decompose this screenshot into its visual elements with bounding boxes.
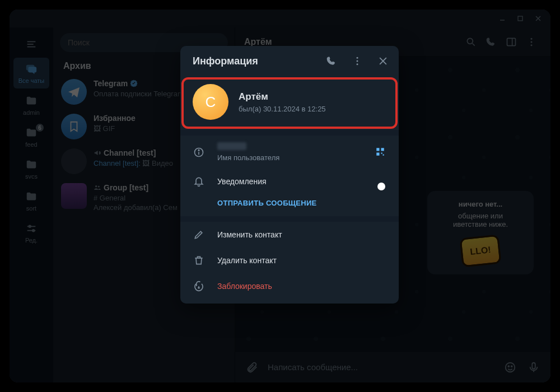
notifications-row[interactable]: Уведомления bbox=[180, 169, 399, 194]
svg-rect-33 bbox=[381, 148, 384, 151]
svg-rect-35 bbox=[381, 152, 382, 153]
notifications-label: Уведомления bbox=[217, 177, 267, 186]
block-icon bbox=[193, 280, 205, 292]
delete-contact-label: Удалить контакт bbox=[217, 256, 277, 265]
pencil-icon bbox=[193, 228, 205, 241]
delete-contact-row[interactable]: Удалить контакт bbox=[180, 248, 399, 273]
user-info-popup: Информация C Артём был(а) 30.11.2024 в 1… bbox=[180, 46, 399, 304]
svg-rect-32 bbox=[376, 148, 379, 151]
send-message-button[interactable]: ОТПРАВИТЬ СООБЩЕНИЕ bbox=[180, 199, 399, 207]
profile-row[interactable]: C Артём был(а) 30.11.2024 в 12:25 bbox=[180, 76, 399, 130]
popup-title: Информация bbox=[193, 55, 317, 67]
username-label: Имя пользователя bbox=[217, 153, 279, 162]
bell-icon bbox=[193, 175, 205, 188]
svg-point-31 bbox=[198, 150, 199, 151]
popup-close-button[interactable] bbox=[372, 50, 394, 72]
svg-point-25 bbox=[357, 60, 358, 62]
svg-point-24 bbox=[357, 57, 358, 59]
popup-call-button[interactable] bbox=[320, 50, 343, 72]
edit-contact-row[interactable]: Изменить контакт bbox=[180, 222, 399, 248]
svg-rect-34 bbox=[376, 152, 379, 155]
qr-icon[interactable] bbox=[375, 147, 386, 158]
username-redacted bbox=[217, 142, 246, 150]
popup-header: Информация bbox=[180, 46, 399, 76]
popup-more-button[interactable] bbox=[346, 50, 368, 72]
block-label: Заблокировать bbox=[217, 282, 272, 291]
svg-point-26 bbox=[357, 63, 358, 65]
edit-contact-label: Изменить контакт bbox=[217, 230, 282, 239]
block-user-row[interactable]: Заблокировать bbox=[180, 273, 399, 299]
profile-avatar[interactable]: C bbox=[193, 84, 228, 120]
profile-last-seen: был(а) 30.11.2024 в 12:25 bbox=[239, 105, 326, 113]
svg-rect-36 bbox=[383, 154, 384, 155]
info-icon bbox=[193, 146, 205, 158]
trash-icon bbox=[193, 254, 205, 267]
username-row[interactable]: Имя пользователя bbox=[180, 136, 399, 169]
profile-name: Артём bbox=[239, 91, 326, 102]
